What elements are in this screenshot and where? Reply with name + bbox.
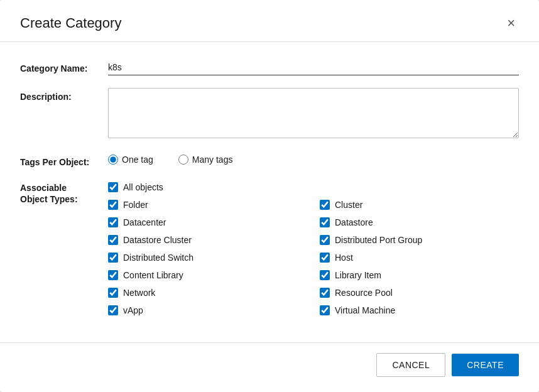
checkbox-all-objects-input[interactable] xyxy=(108,182,118,192)
dialog-title: Create Category xyxy=(20,15,121,31)
associable-label-line1: Associable xyxy=(20,183,67,193)
tags-radio-group: One tag Many tags xyxy=(108,153,519,165)
checkbox-vapp[interactable]: vApp xyxy=(108,303,307,318)
associable-label: Associable Object Types: xyxy=(20,182,108,205)
checkbox-distributed-port-group-input[interactable] xyxy=(320,235,330,245)
cancel-button[interactable]: CANCEL xyxy=(376,353,445,377)
checkbox-datastore-cluster-input[interactable] xyxy=(108,235,118,245)
many-tags-radio[interactable] xyxy=(178,155,188,165)
category-name-wrap xyxy=(108,60,519,75)
create-button[interactable]: CREATE xyxy=(452,354,519,376)
checkbox-datacenter[interactable]: Datacenter xyxy=(108,215,307,230)
checkbox-datastore-cluster-label: Datastore Cluster xyxy=(123,235,192,245)
checkbox-vapp-label: vApp xyxy=(123,305,143,315)
checkbox-cluster-label: Cluster xyxy=(335,200,362,210)
checkbox-datastore[interactable]: Datastore xyxy=(320,215,519,230)
checkbox-network[interactable]: Network xyxy=(108,285,307,300)
tags-per-object-label: Tags Per Object: xyxy=(20,153,108,167)
category-name-label: Category Name: xyxy=(20,60,108,74)
checkbox-vapp-input[interactable] xyxy=(108,305,118,315)
many-tags-label: Many tags xyxy=(192,155,233,165)
checkbox-virtual-machine-label: Virtual Machine xyxy=(335,305,395,315)
many-tags-option[interactable]: Many tags xyxy=(178,155,233,165)
description-input[interactable] xyxy=(108,88,519,138)
checkbox-content-library-label: Content Library xyxy=(123,270,183,280)
checkbox-resource-pool-label: Resource Pool xyxy=(335,288,393,298)
object-types-grid: All objects Folder Cluster Datacenter xyxy=(108,180,519,318)
checkbox-datastore-label: Datastore xyxy=(335,217,373,227)
one-tag-label: One tag xyxy=(122,155,153,165)
checkbox-library-item-input[interactable] xyxy=(320,270,330,280)
dialog-footer: CANCEL CREATE xyxy=(0,342,539,392)
checkbox-resource-pool-input[interactable] xyxy=(320,288,330,298)
checkbox-library-item[interactable]: Library Item xyxy=(320,268,519,283)
checkbox-distributed-port-group[interactable]: Distributed Port Group xyxy=(320,232,519,248)
dialog-header: Create Category × xyxy=(0,0,539,42)
dialog-body: Category Name: Description: Tags Per Obj… xyxy=(0,42,539,342)
checkbox-datastore-input[interactable] xyxy=(320,217,330,227)
checkbox-distributed-switch[interactable]: Distributed Switch xyxy=(108,250,307,265)
checkbox-resource-pool[interactable]: Resource Pool xyxy=(320,285,519,300)
checkbox-all-objects[interactable]: All objects xyxy=(108,180,519,195)
checkbox-host[interactable]: Host xyxy=(320,250,519,265)
one-tag-option[interactable]: One tag xyxy=(108,155,153,165)
checkbox-datacenter-label: Datacenter xyxy=(123,217,166,227)
checkbox-content-library-input[interactable] xyxy=(108,270,118,280)
checkbox-network-input[interactable] xyxy=(108,288,118,298)
checkbox-network-label: Network xyxy=(123,288,155,298)
checkbox-library-item-label: Library Item xyxy=(335,270,381,280)
description-wrap xyxy=(108,88,519,141)
close-button[interactable]: × xyxy=(503,15,519,31)
create-category-dialog: Create Category × Category Name: Descrip… xyxy=(0,0,539,392)
checkbox-folder-input[interactable] xyxy=(108,200,118,210)
description-label: Description: xyxy=(20,88,108,102)
checkbox-distributed-switch-input[interactable] xyxy=(108,253,118,263)
checkbox-datastore-cluster[interactable]: Datastore Cluster xyxy=(108,232,307,248)
tags-per-object-row: Tags Per Object: One tag Many tags xyxy=(20,153,519,167)
description-row: Description: xyxy=(20,88,519,141)
checkbox-virtual-machine[interactable]: Virtual Machine xyxy=(320,303,519,318)
associable-object-types-section: Associable Object Types: All objects Fol… xyxy=(20,180,519,318)
checkbox-all-objects-label: All objects xyxy=(123,182,163,192)
associable-label-line2: Object Types: xyxy=(20,194,78,204)
associable-label-col: Associable Object Types: xyxy=(20,180,108,205)
checkbox-virtual-machine-input[interactable] xyxy=(320,305,330,315)
checkbox-host-input[interactable] xyxy=(320,253,330,263)
checkbox-datacenter-input[interactable] xyxy=(108,217,118,227)
category-name-row: Category Name: xyxy=(20,60,519,75)
one-tag-radio[interactable] xyxy=(108,155,118,165)
checkbox-folder[interactable]: Folder xyxy=(108,197,307,212)
checkbox-distributed-switch-label: Distributed Switch xyxy=(123,253,193,263)
checkbox-host-label: Host xyxy=(335,253,353,263)
checkbox-distributed-port-group-label: Distributed Port Group xyxy=(335,235,422,245)
checkbox-cluster-input[interactable] xyxy=(320,200,330,210)
checkbox-content-library[interactable]: Content Library xyxy=(108,268,307,283)
checkbox-folder-label: Folder xyxy=(123,200,148,210)
checkbox-cluster[interactable]: Cluster xyxy=(320,197,519,212)
category-name-input[interactable] xyxy=(108,60,519,75)
